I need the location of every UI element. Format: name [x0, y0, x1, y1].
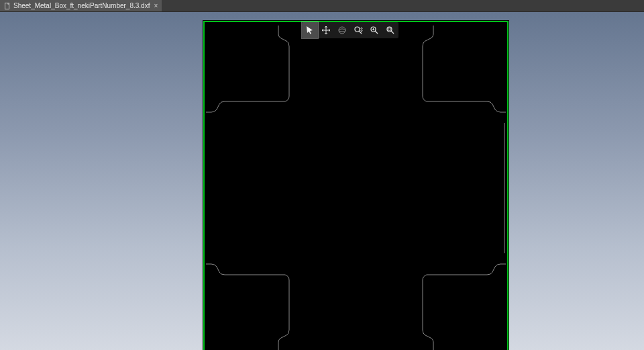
- svg-point-4: [355, 27, 360, 32]
- svg-line-11: [391, 31, 394, 34]
- zoom-fit-tool[interactable]: [382, 22, 398, 38]
- select-tool[interactable]: [302, 22, 318, 38]
- zoom-tool[interactable]: [350, 22, 366, 38]
- document-tab-label: Sheet_Metal_Box_ft_nekiPartNumber_8.3.dx…: [13, 2, 150, 9]
- zoom-in-tool[interactable]: [366, 22, 382, 38]
- document-tab[interactable]: Sheet_Metal_Box_ft_nekiPartNumber_8.3.dx…: [0, 0, 162, 11]
- cad-canvas[interactable]: [203, 21, 508, 350]
- orbit-icon: [337, 26, 347, 35]
- viewport[interactable]: [0, 12, 644, 350]
- tab-close-button[interactable]: ×: [154, 2, 158, 9]
- view-toolbar: [302, 22, 398, 38]
- orbit-tool[interactable]: [334, 22, 350, 38]
- svg-line-7: [375, 31, 378, 34]
- magnifier-updown-icon: [354, 26, 363, 35]
- flat-pattern-geometry: [206, 26, 506, 350]
- cursor-icon: [305, 26, 315, 35]
- svg-point-2: [339, 27, 345, 34]
- document-icon: [4, 3, 11, 9]
- move-arrows-icon: [321, 26, 331, 35]
- svg-point-3: [339, 29, 345, 32]
- magnifier-fit-icon: [386, 26, 395, 35]
- svg-point-10: [387, 27, 392, 32]
- tab-bar: Sheet_Metal_Box_ft_nekiPartNumber_8.3.dx…: [0, 0, 644, 12]
- svg-rect-12: [388, 28, 390, 30]
- pan-tool[interactable]: [318, 22, 334, 38]
- magnifier-plus-icon: [370, 26, 379, 35]
